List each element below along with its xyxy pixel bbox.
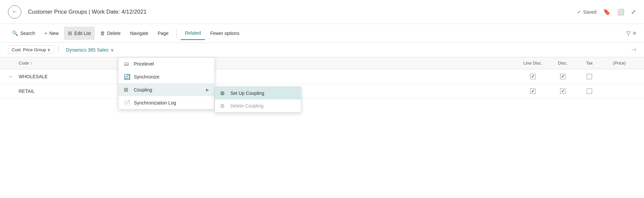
set-up-coupling-label: Set Up Coupling	[230, 91, 264, 96]
th-disc: Disc.	[549, 61, 576, 66]
line-disc-checkbox-1[interactable]	[530, 74, 536, 79]
related-label: Related	[185, 30, 201, 36]
content-area: Cust. Price Group ∨ Dynamics 365 Sales ∨…	[0, 43, 644, 198]
edit-list-icon: ⊞	[68, 30, 72, 36]
share-button[interactable]: ⬜	[617, 8, 624, 16]
row-arrow: →	[8, 74, 19, 79]
header-actions: ✓ Saved 🔖 ⬜ ⤢	[577, 8, 636, 16]
th-line-disc: Line Disc.	[516, 61, 549, 66]
coupling-submenu: ⊞ Set Up Coupling ⊞ Delete Coupling	[215, 87, 301, 112]
back-icon: ←	[12, 8, 18, 15]
bookmark-button[interactable]: 🔖	[603, 8, 610, 16]
pin-icon[interactable]: ⊣	[631, 47, 636, 53]
pricelevel-label: Pricelevel	[134, 61, 154, 67]
new-label: New	[49, 31, 59, 36]
cust-price-group-dropdown[interactable]: Cust. Price Group ∨	[8, 46, 54, 54]
row-disc-cb-2[interactable]	[549, 89, 576, 94]
chevron-down-icon: ∨	[47, 47, 51, 52]
coupling-label: Coupling	[134, 87, 152, 93]
row-line-disc-cb[interactable]	[516, 74, 549, 79]
search-label: Search	[20, 31, 35, 36]
check-icon: ✓	[577, 9, 581, 15]
th-tax: Tax	[576, 61, 603, 66]
table-row[interactable]: → WHOLESALE	[0, 69, 644, 84]
submenu-item-delete-coupling[interactable]: ⊞ Delete Coupling	[215, 99, 301, 112]
page-button[interactable]: Page	[154, 27, 173, 40]
tax-checkbox-1[interactable]	[587, 74, 592, 79]
edit-list-button[interactable]: ⊞ Edit List	[64, 27, 95, 40]
th-code: Code ↑	[19, 61, 112, 66]
list-view-icon[interactable]: ≡	[633, 30, 636, 36]
pricelevel-icon: 🗂	[124, 61, 130, 67]
fewer-options-button[interactable]: Fewer options	[206, 27, 244, 40]
toolbar-right: ▽ ≡	[626, 30, 636, 36]
saved-indicator: ✓ Saved	[577, 9, 596, 15]
dropdown-item-pricelevel[interactable]: 🗂 Pricelevel	[118, 58, 214, 70]
dropdown-item-synchronize[interactable]: 🔄 Synchronize	[118, 70, 214, 83]
coupling-submenu-chevron: ▶	[206, 88, 209, 92]
dropdown-container: 🗂 Pricelevel 🔄 Synchronize ⊞ Coupling ▶ …	[118, 57, 215, 109]
dynamics-label: Dynamics 365 Sales	[66, 47, 108, 53]
sync-log-label: Synchronization Log	[134, 100, 176, 105]
set-up-coupling-icon: ⊞	[220, 90, 227, 96]
row-tax-cb[interactable]	[576, 74, 603, 79]
delete-coupling-label: Delete Coupling	[230, 103, 264, 108]
row-disc-cb[interactable]	[549, 74, 576, 79]
dynamics-365-sales-dropdown[interactable]: Dynamics 365 Sales ∨	[63, 46, 117, 54]
col-group-separator	[58, 46, 59, 54]
dynamics-dropdown-menu: 🗂 Pricelevel 🔄 Synchronize ⊞ Coupling ▶ …	[118, 57, 215, 109]
trash-icon: 🗑	[100, 30, 105, 36]
page-label: Page	[158, 31, 169, 36]
submenu-item-set-up-coupling[interactable]: ⊞ Set Up Coupling	[215, 87, 301, 99]
disc-checkbox-1[interactable]	[560, 74, 565, 79]
filter-icon[interactable]: ▽	[626, 30, 630, 36]
sync-log-icon: 📄	[124, 99, 130, 106]
line-disc-checkbox-2[interactable]	[530, 89, 536, 94]
search-button[interactable]: 🔍 Search	[8, 27, 39, 40]
navigate-button[interactable]: Navigate	[126, 27, 152, 40]
saved-label: Saved	[583, 9, 596, 15]
delete-coupling-icon: ⊞	[220, 103, 227, 109]
disc-checkbox-2[interactable]	[560, 89, 565, 94]
toolbar: 🔍 Search + New ⊞ Edit List 🗑 Delete Navi…	[0, 24, 644, 43]
page-title: Customer Price Groups | Work Date: 4/12/…	[28, 9, 577, 15]
toolbar-divider	[176, 29, 177, 38]
edit-list-label: Edit List	[74, 31, 91, 36]
synchronize-label: Synchronize	[134, 74, 159, 80]
delete-label: Delete	[107, 31, 120, 36]
related-button[interactable]: Related	[181, 27, 205, 40]
dynamics-chevron-icon: ∨	[110, 47, 114, 53]
plus-icon: +	[44, 30, 47, 36]
th-price: (Price)	[603, 61, 636, 66]
synchronize-icon: 🔄	[124, 74, 130, 80]
row-code: WHOLESALE	[19, 74, 112, 79]
column-headers-row: Cust. Price Group ∨ Dynamics 365 Sales ∨…	[0, 43, 644, 57]
code-header-label: Code	[19, 61, 29, 66]
navigate-label: Navigate	[130, 31, 148, 36]
back-button[interactable]: ←	[8, 5, 21, 19]
sort-asc-icon[interactable]: ↑	[30, 61, 33, 66]
row-code-2: RETAIL	[19, 89, 112, 94]
table-header: Code ↑ Line Disc. Disc. Tax (Price)	[0, 57, 644, 69]
delete-button[interactable]: 🗑 Delete	[96, 27, 124, 40]
search-icon: 🔍	[12, 30, 18, 36]
cust-price-group-label: Cust. Price Group	[12, 47, 46, 52]
dropdown-item-sync-log[interactable]: 📄 Synchronization Log	[118, 96, 214, 109]
expand-button[interactable]: ⤢	[631, 8, 636, 16]
tax-checkbox-2[interactable]	[587, 89, 592, 94]
coupling-icon: ⊞	[124, 87, 130, 93]
dropdown-item-coupling[interactable]: ⊞ Coupling ▶	[118, 83, 214, 96]
row-tax-cb-2[interactable]	[576, 89, 603, 94]
table-row[interactable]: RETAIL	[0, 84, 644, 99]
new-button[interactable]: + New	[40, 27, 63, 40]
row-line-disc-cb-2[interactable]	[516, 89, 549, 94]
fewer-options-label: Fewer options	[210, 31, 240, 36]
header-bar: ← Customer Price Groups | Work Date: 4/1…	[0, 0, 644, 24]
